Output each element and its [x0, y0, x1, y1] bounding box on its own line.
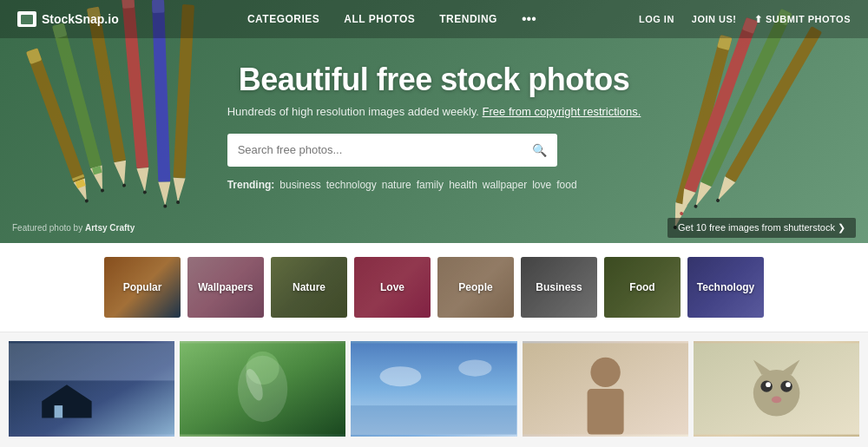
shutterstock-cta[interactable]: Get 10 free images from shutterstock ❯ — [667, 218, 856, 238]
svg-rect-52 — [351, 405, 516, 434]
search-bar: 🔍 — [227, 134, 557, 167]
logo-icon — [17, 11, 36, 27]
svg-point-22 — [163, 205, 167, 208]
nav-more[interactable]: ••• — [522, 11, 536, 27]
svg-marker-17 — [136, 168, 150, 193]
svg-marker-13 — [114, 161, 130, 187]
svg-point-61 — [786, 382, 791, 387]
svg-rect-6 — [52, 23, 102, 168]
svg-point-50 — [380, 366, 422, 386]
nav-join[interactable]: JOIN US! — [692, 14, 737, 24]
trending-health[interactable]: health — [449, 179, 477, 191]
category-business[interactable]: Business — [521, 257, 597, 318]
photo-grid — [0, 332, 868, 437]
featured-author-link[interactable]: Artsy Crafty — [85, 223, 135, 233]
hero-footer: Featured photo by Artsy Crafty Get 10 fr… — [0, 218, 868, 243]
navbar: StockSnap.io CATEGORIES ALL PHOTOS TREND… — [0, 0, 868, 38]
trending-nature[interactable]: nature — [382, 179, 411, 191]
svg-rect-26 — [675, 35, 732, 206]
svg-point-60 — [766, 382, 771, 387]
logo[interactable]: StockSnap.io — [17, 11, 119, 27]
nav-center: CATEGORIES ALL PHOTOS TRENDING ••• — [145, 11, 639, 27]
svg-rect-30 — [684, 17, 758, 193]
search-icon[interactable]: 🔍 — [532, 143, 547, 157]
category-love[interactable]: Love — [354, 257, 431, 318]
copyright-link[interactable]: Free from copyright restrictions. — [483, 105, 641, 118]
nav-login[interactable]: LOG IN — [639, 14, 674, 24]
category-nature[interactable]: Nature — [271, 257, 347, 318]
nav-categories[interactable]: CATEGORIES — [247, 13, 319, 25]
upload-icon: ⬆ — [754, 14, 763, 25]
nav-submit[interactable]: ⬆ SUBMIT PHOTOS — [754, 14, 851, 25]
photo-thumb-2[interactable] — [180, 341, 345, 437]
logo-text: StockSnap.io — [42, 12, 119, 26]
category-food[interactable]: Food — [604, 257, 681, 318]
svg-point-14 — [122, 183, 127, 187]
svg-point-10 — [101, 188, 105, 193]
photo-thumb-1[interactable] — [9, 341, 174, 437]
category-popular[interactable]: Popular — [104, 257, 181, 318]
svg-point-37 — [694, 204, 698, 208]
svg-point-18 — [143, 190, 147, 194]
svg-point-51 — [459, 360, 492, 377]
trending-label: Trending: — [227, 179, 275, 191]
svg-marker-36 — [690, 181, 712, 208]
svg-point-4 — [84, 199, 89, 203]
svg-marker-32 — [676, 188, 696, 215]
svg-point-64 — [772, 397, 781, 404]
trending-wallpaper[interactable]: wallpaper — [483, 179, 527, 191]
photo-thumb-5[interactable] — [694, 341, 859, 437]
svg-marker-24 — [172, 178, 185, 203]
svg-point-57 — [753, 370, 800, 417]
nav-trending[interactable]: TRENDING — [439, 13, 497, 25]
svg-rect-55 — [587, 389, 623, 435]
trending-technology[interactable]: technology — [326, 179, 377, 191]
svg-marker-21 — [158, 181, 171, 206]
hero-subtitle: Hundreds of high resolution images added… — [227, 105, 641, 118]
category-technology[interactable]: Technology — [687, 257, 764, 318]
svg-rect-44 — [9, 343, 174, 380]
category-people[interactable]: People — [437, 257, 514, 318]
svg-rect-5 — [72, 174, 84, 181]
svg-point-54 — [590, 358, 620, 387]
trending-bar: Trending: business technology nature fam… — [227, 179, 641, 191]
trending-food[interactable]: food — [556, 179, 576, 191]
svg-point-33 — [680, 211, 684, 215]
nav-right: LOG IN JOIN US! ⬆ SUBMIT PHOTOS — [639, 14, 851, 25]
trending-love[interactable]: love — [532, 179, 551, 191]
svg-rect-0 — [26, 48, 85, 182]
featured-credit: Featured photo by Artsy Crafty — [12, 223, 135, 233]
trending-family[interactable]: family — [417, 179, 444, 191]
svg-rect-43 — [55, 405, 63, 417]
svg-point-25 — [176, 200, 180, 204]
category-wallpapers[interactable]: Wallpapers — [187, 257, 264, 318]
svg-rect-9 — [92, 166, 102, 174]
svg-rect-1 — [26, 48, 42, 64]
svg-rect-3 — [76, 179, 86, 188]
nav-all-photos[interactable]: ALL PHOTOS — [344, 13, 415, 25]
svg-rect-38 — [725, 26, 822, 182]
svg-marker-2 — [74, 179, 93, 203]
trending-business[interactable]: business — [279, 179, 320, 191]
svg-marker-8 — [90, 166, 108, 193]
hero-title: Beautiful free stock photos — [227, 62, 641, 98]
svg-marker-39 — [713, 176, 735, 203]
svg-point-40 — [715, 198, 720, 202]
hero-content: Beautiful free stock photos Hundreds of … — [227, 62, 641, 191]
photo-thumb-4[interactable] — [523, 341, 688, 437]
search-input[interactable] — [238, 143, 532, 156]
photo-thumb-3[interactable] — [351, 341, 516, 437]
categories-section: Popular Wallpapers Nature Love People Bu… — [0, 243, 868, 332]
